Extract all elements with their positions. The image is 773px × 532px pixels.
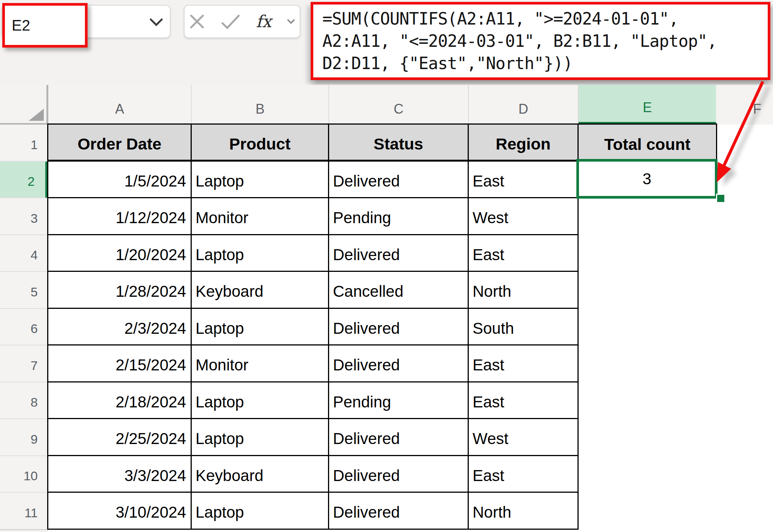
cell-E2-selected[interactable]: 3 <box>576 159 718 199</box>
cell-C4[interactable]: Delivered <box>329 235 469 272</box>
cell-D7[interactable]: East <box>469 345 579 382</box>
cell-B8[interactable]: Laptop <box>192 382 329 419</box>
row-header-9[interactable]: 9 <box>0 419 48 456</box>
column-header-D[interactable]: D <box>469 85 579 125</box>
cell-D5[interactable]: North <box>469 272 579 309</box>
cell-A5[interactable]: 1/28/2024 <box>48 272 192 309</box>
row-header-6[interactable]: 6 <box>0 309 48 345</box>
fx-chevron-down-icon[interactable] <box>286 19 296 25</box>
cell-C6[interactable]: Delivered <box>329 309 469 346</box>
cell-A2[interactable]: 1/5/2024 <box>48 162 192 199</box>
cell-C1[interactable]: Status <box>329 125 469 162</box>
row-header-8[interactable]: 8 <box>0 382 48 419</box>
column-header-C[interactable]: C <box>329 85 469 125</box>
name-box-value[interactable]: E2 <box>5 17 30 34</box>
row-header-5[interactable]: 5 <box>0 272 48 309</box>
column-header-B[interactable]: B <box>192 85 329 125</box>
row-header-12-sliver <box>0 529 48 532</box>
insert-function-button[interactable]: fx <box>256 13 271 30</box>
select-all-corner[interactable] <box>0 85 48 125</box>
annotation-red-box-formula: =SUM(COUNTIFS(A2:A11, ">=2024-01-01", A2… <box>311 2 770 80</box>
row-header-1[interactable]: 1 <box>0 125 48 162</box>
cell-D6[interactable]: South <box>469 309 579 346</box>
select-all-triangle-icon <box>29 109 44 121</box>
cell-B7[interactable]: Monitor <box>192 345 329 382</box>
row-header-2-selected[interactable]: 2 <box>0 162 48 198</box>
cell-D8[interactable]: East <box>469 382 579 419</box>
cell-A10[interactable]: 3/3/2024 <box>48 456 192 493</box>
annotation-red-box-namebox: E2 <box>2 3 88 48</box>
cell-E1[interactable]: Total count <box>577 123 717 162</box>
cell-C5[interactable]: Cancelled <box>329 272 469 309</box>
cell-A9[interactable]: 2/25/2024 <box>48 419 192 456</box>
cell-C9[interactable]: Delivered <box>329 419 469 456</box>
cell-A11[interactable]: 3/10/2024 <box>48 493 192 530</box>
row-header-10[interactable]: 10 <box>0 456 48 493</box>
cell-A1[interactable]: Order Date <box>48 125 192 162</box>
cell-B1[interactable]: Product <box>192 125 329 162</box>
column-header-F[interactable]: F <box>716 85 773 125</box>
cancel-icon[interactable] <box>189 13 205 30</box>
cell-D3[interactable]: West <box>469 198 579 235</box>
cell-A3[interactable]: 1/12/2024 <box>48 198 192 235</box>
enter-check-icon[interactable] <box>220 14 241 29</box>
cell-D2[interactable]: East <box>469 162 579 199</box>
row-header-4[interactable]: 4 <box>0 235 48 272</box>
cell-A4[interactable]: 1/20/2024 <box>48 235 192 272</box>
cell-A8[interactable]: 2/18/2024 <box>48 382 192 419</box>
column-header-A[interactable]: A <box>48 85 192 125</box>
cell-C11[interactable]: Delivered <box>329 493 469 530</box>
cell-D9[interactable]: West <box>469 419 579 456</box>
row-header-3[interactable]: 3 <box>0 198 48 235</box>
cell-C3[interactable]: Pending <box>329 198 469 235</box>
fill-handle[interactable] <box>716 194 725 203</box>
chevron-down-icon[interactable] <box>149 17 164 27</box>
spreadsheet-app: fx E2 =SUM(COUNTIFS(A2:A11, ">=2024-01-0… <box>0 0 773 532</box>
cell-D1[interactable]: Region <box>469 125 579 162</box>
cell-A7[interactable]: 2/15/2024 <box>48 345 192 382</box>
cell-B3[interactable]: Monitor <box>192 198 329 235</box>
cell-B11[interactable]: Laptop <box>192 493 329 530</box>
cell-B6[interactable]: Laptop <box>192 309 329 346</box>
column-header-E-selected[interactable]: E <box>579 85 716 125</box>
row-header-7[interactable]: 7 <box>0 345 48 382</box>
formula-bar-controls: fx <box>184 5 300 38</box>
cell-A6[interactable]: 2/3/2024 <box>48 309 192 346</box>
cell-C8[interactable]: Pending <box>329 382 469 419</box>
row-header-11[interactable]: 11 <box>0 493 48 530</box>
data-table: Order Date Product Status Region 1/5/202… <box>47 123 579 530</box>
cell-B5[interactable]: Keyboard <box>192 272 329 309</box>
formula-input[interactable]: =SUM(COUNTIFS(A2:A11, ">=2024-01-01", A2… <box>313 5 768 74</box>
cell-B4[interactable]: Laptop <box>192 235 329 272</box>
cell-D10[interactable]: East <box>469 456 579 493</box>
cell-D4[interactable]: East <box>469 235 579 272</box>
cell-C10[interactable]: Delivered <box>329 456 469 493</box>
cell-C2[interactable]: Delivered <box>329 162 469 199</box>
cell-C7[interactable]: Delivered <box>329 345 469 382</box>
cell-B9[interactable]: Laptop <box>192 419 329 456</box>
cell-B2[interactable]: Laptop <box>192 162 329 199</box>
fx-label: fx <box>256 12 271 31</box>
cell-B10[interactable]: Keyboard <box>192 456 329 493</box>
cell-D11[interactable]: North <box>469 493 579 530</box>
